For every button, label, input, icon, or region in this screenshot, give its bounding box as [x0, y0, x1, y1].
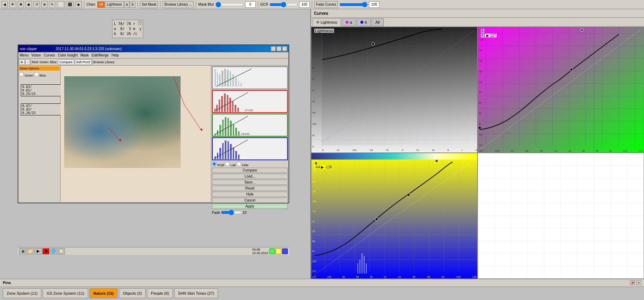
chan-b-btn[interactable]: b	[130, 1, 135, 8]
pins-pin-btn[interactable]: 📌	[630, 280, 635, 285]
gcr-value[interactable]: 100	[299, 1, 310, 8]
chan-a-btn[interactable]: a	[124, 1, 130, 8]
app-tb-compare[interactable]: Compare	[58, 59, 74, 65]
fade-slider[interactable]	[339, 2, 367, 7]
pin-tab-zone-system[interactable]: Zone System (11)	[3, 288, 41, 298]
crosshair	[176, 130, 180, 134]
menu-item-edit[interactable]: Edit/Merge	[92, 53, 109, 57]
pin-tab-gs-zone-label: GS Zone System (11)	[47, 291, 84, 295]
menu-item-mask[interactable]: Mask	[80, 53, 89, 57]
apply-btn[interactable]: Apply	[212, 204, 288, 209]
main-toolbar: ◀ 👁 ✖ ◉ ↺ ⊕ ✎ ⬜ ⬛ ◉ Chan: All Lightness …	[0, 0, 644, 9]
fade-value[interactable]: 100	[369, 1, 379, 8]
toolbar-icon-4[interactable]: ◉	[25, 1, 32, 8]
toolbar-icon-2[interactable]: 👁	[9, 1, 16, 8]
cancel-btn[interactable]: Cancel	[212, 198, 288, 203]
chan-all-btn[interactable]: All	[97, 1, 105, 8]
status-icon-blue	[282, 248, 288, 254]
chan-lightness-btn[interactable]: Lightness	[105, 1, 124, 8]
toolbar-icon-5[interactable]: ↺	[34, 1, 40, 8]
app-status-bar: Show Options	[19, 66, 60, 71]
set-mask-btn[interactable]: Set Mask	[140, 1, 158, 8]
pin-tab-people[interactable]: People (9)	[147, 288, 173, 298]
menu-item-curves[interactable]: Curves	[44, 53, 55, 57]
toolbar-icon-10[interactable]: ◉	[75, 1, 82, 8]
app-statusbar: 🖥 📁 ▶ ✱ 🌐 📋 04:0815.06.2013	[18, 247, 289, 255]
menu-item-help[interactable]: Help	[111, 53, 119, 57]
toolbar-icon-6[interactable]: ⊕	[41, 1, 48, 8]
compare-btn[interactable]: Compare	[212, 168, 288, 173]
app-tb-browse: Browse Library	[93, 60, 115, 64]
inner-fade-slider[interactable]	[221, 210, 242, 215]
radio-hide[interactable]: Hide	[237, 162, 249, 167]
y-b-11: 104	[312, 260, 317, 263]
x-I: I	[462, 149, 462, 152]
menu-item-menu[interactable]: Menu	[20, 53, 29, 57]
taskbar-icon-4[interactable]: ✱	[42, 248, 49, 254]
save-btn[interactable]: Save...	[212, 180, 288, 185]
taskbar-icon-5[interactable]: 🌐	[50, 248, 57, 254]
sep-6	[312, 1, 312, 8]
pin-tab-nature-label: Nature (15)	[93, 291, 114, 295]
radio-rgb[interactable]: RGB	[212, 162, 224, 167]
mask-blur-slider[interactable]	[215, 2, 244, 7]
lightness-curve-panel[interactable]: Lightness 0 I II III IV V VI VII VIII IX…	[311, 27, 478, 153]
taskbar-icon-3[interactable]: ▶	[35, 248, 42, 254]
gcr-slider[interactable]	[269, 2, 298, 7]
app-close-btn[interactable]: ×	[282, 46, 287, 51]
app-tb-2[interactable]: ○	[25, 59, 30, 65]
sep-1	[84, 1, 84, 8]
pin-tab-objects[interactable]: Objects (3)	[119, 288, 146, 298]
radio-green[interactable]: Green	[19, 72, 34, 77]
histogram-container: 17/100	[211, 66, 288, 161]
gcr-label: GCR	[260, 2, 268, 6]
browse-library-btn[interactable]: Browse Library ...	[163, 1, 194, 8]
reset-btn[interactable]: Reset	[212, 186, 288, 191]
app-tb-label: Red: Green: Blue:	[32, 60, 57, 64]
app-minimize-btn[interactable]: _	[271, 46, 276, 51]
x-b-11: -105	[456, 276, 461, 278]
x-axis-b: 127 104 81 58 35 12 -12 -35 -58 -81 -105…	[311, 276, 477, 278]
pin-tab-shn[interactable]: SHN Skin Tones (27)	[174, 288, 218, 298]
menu-item-color[interactable]: Color Insight	[58, 53, 78, 57]
fade-curves-btn[interactable]: Fade Curves	[314, 1, 338, 8]
all-curve-panel[interactable]	[478, 153, 644, 279]
pins-close-btn[interactable]: ×	[636, 280, 641, 285]
b-channel-svg	[311, 153, 477, 278]
app-tb-1[interactable]: ⊕	[19, 59, 25, 65]
radio-lab[interactable]: Lab	[225, 162, 236, 167]
toolbar-icon-9[interactable]: ⬛	[66, 1, 74, 8]
pin-tab-nature[interactable]: Nature (15)	[90, 288, 117, 298]
app-maximize-btn[interactable]: □	[277, 46, 281, 51]
hide-btn[interactable]: Hide	[212, 192, 288, 197]
lightness-tab-dot	[316, 21, 319, 24]
toolbar-icon-8[interactable]: ⬜	[57, 1, 65, 8]
mask-blur-value[interactable]: 0	[245, 1, 256, 8]
taskbar-icon-1[interactable]: 🖥	[19, 248, 26, 254]
svg-rect-120	[362, 253, 363, 274]
tab-b[interactable]: b	[357, 18, 371, 26]
svg-point-125	[407, 193, 410, 196]
a-curve-panel[interactable]: a 41 ▶ 127 -127 -104 -81 -58 -35 -12 12 …	[478, 27, 644, 153]
tab-a[interactable]: a	[342, 18, 356, 26]
load-btn[interactable]: Load...	[212, 174, 288, 179]
taskbar-icon-2[interactable]: 📁	[27, 248, 34, 254]
tab-all[interactable]: All	[371, 18, 383, 26]
menu-item-vision[interactable]: Vision	[31, 53, 41, 57]
toolbar-icon-7[interactable]: ✎	[49, 1, 55, 8]
b-curve-panel[interactable]: b -64 ▶ -128 127 104 81 58 35 12 -12 -35…	[311, 153, 478, 279]
toolbar-icon-3[interactable]: ✖	[18, 1, 24, 8]
app-tb-softproof[interactable]: Soft Proof	[75, 59, 92, 65]
pin-tab-gs-zone-system[interactable]: GS Zone System (11)	[43, 288, 88, 298]
x-a-4: -58	[525, 150, 528, 152]
y-a-11: 104	[479, 133, 484, 136]
taskbar-icon-6[interactable]: 📋	[58, 248, 65, 254]
svg-marker-2	[200, 128, 202, 131]
radio-blue[interactable]: Blue	[34, 72, 46, 77]
toolbar-icon-1[interactable]: ◀	[1, 1, 8, 8]
x-b-7: -12	[397, 276, 401, 278]
info-box-close[interactable]: ×	[138, 21, 142, 25]
svg-rect-37	[235, 128, 237, 136]
fade-number: 10	[243, 211, 247, 215]
tab-lightness[interactable]: Lightness	[312, 18, 341, 26]
